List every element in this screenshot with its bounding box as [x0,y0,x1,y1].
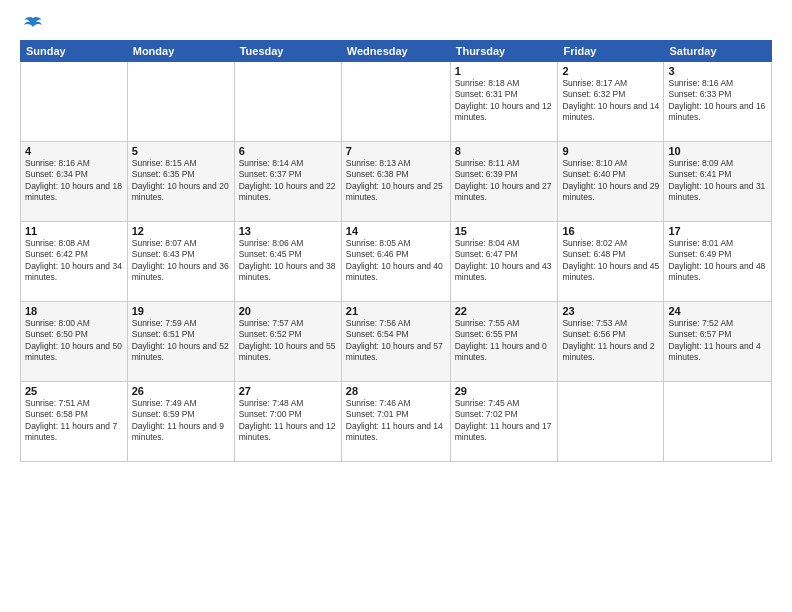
calendar-cell: 2Sunrise: 8:17 AM Sunset: 6:32 PM Daylig… [558,62,664,142]
calendar-cell: 5Sunrise: 8:15 AM Sunset: 6:35 PM Daylig… [127,142,234,222]
weekday-header-sunday: Sunday [21,41,128,62]
cell-content: 17Sunrise: 8:01 AM Sunset: 6:49 PM Dayli… [668,225,767,284]
day-number: 15 [455,225,554,237]
day-number: 3 [668,65,767,77]
day-info: Sunrise: 7:59 AM Sunset: 6:51 PM Dayligh… [132,318,230,364]
calendar-cell: 9Sunrise: 8:10 AM Sunset: 6:40 PM Daylig… [558,142,664,222]
day-number: 19 [132,305,230,317]
cell-content: 14Sunrise: 8:05 AM Sunset: 6:46 PM Dayli… [346,225,446,284]
day-number: 26 [132,385,230,397]
calendar-cell: 18Sunrise: 8:00 AM Sunset: 6:50 PM Dayli… [21,302,128,382]
cell-content: 8Sunrise: 8:11 AM Sunset: 6:39 PM Daylig… [455,145,554,204]
day-number: 14 [346,225,446,237]
day-info: Sunrise: 8:04 AM Sunset: 6:47 PM Dayligh… [455,238,554,284]
weekday-header-wednesday: Wednesday [341,41,450,62]
calendar-cell: 15Sunrise: 8:04 AM Sunset: 6:47 PM Dayli… [450,222,558,302]
day-info: Sunrise: 7:51 AM Sunset: 6:58 PM Dayligh… [25,398,123,444]
day-number: 29 [455,385,554,397]
calendar-cell: 1Sunrise: 8:18 AM Sunset: 6:31 PM Daylig… [450,62,558,142]
day-number: 18 [25,305,123,317]
day-info: Sunrise: 7:55 AM Sunset: 6:55 PM Dayligh… [455,318,554,364]
calendar-cell [558,382,664,462]
day-number: 27 [239,385,337,397]
day-info: Sunrise: 7:48 AM Sunset: 7:00 PM Dayligh… [239,398,337,444]
day-info: Sunrise: 8:16 AM Sunset: 6:33 PM Dayligh… [668,78,767,124]
calendar-cell: 19Sunrise: 7:59 AM Sunset: 6:51 PM Dayli… [127,302,234,382]
calendar-cell: 13Sunrise: 8:06 AM Sunset: 6:45 PM Dayli… [234,222,341,302]
cell-content: 12Sunrise: 8:07 AM Sunset: 6:43 PM Dayli… [132,225,230,284]
day-number: 6 [239,145,337,157]
day-number: 2 [562,65,659,77]
day-info: Sunrise: 7:45 AM Sunset: 7:02 PM Dayligh… [455,398,554,444]
calendar-week-5: 25Sunrise: 7:51 AM Sunset: 6:58 PM Dayli… [21,382,772,462]
calendar-cell: 3Sunrise: 8:16 AM Sunset: 6:33 PM Daylig… [664,62,772,142]
day-number: 13 [239,225,337,237]
day-info: Sunrise: 7:57 AM Sunset: 6:52 PM Dayligh… [239,318,337,364]
day-number: 23 [562,305,659,317]
calendar-cell: 10Sunrise: 8:09 AM Sunset: 6:41 PM Dayli… [664,142,772,222]
day-info: Sunrise: 8:09 AM Sunset: 6:41 PM Dayligh… [668,158,767,204]
cell-content: 2Sunrise: 8:17 AM Sunset: 6:32 PM Daylig… [562,65,659,124]
calendar-cell: 7Sunrise: 8:13 AM Sunset: 6:38 PM Daylig… [341,142,450,222]
calendar-cell [234,62,341,142]
calendar-cell: 28Sunrise: 7:46 AM Sunset: 7:01 PM Dayli… [341,382,450,462]
calendar-cell [341,62,450,142]
cell-content: 13Sunrise: 8:06 AM Sunset: 6:45 PM Dayli… [239,225,337,284]
day-info: Sunrise: 8:13 AM Sunset: 6:38 PM Dayligh… [346,158,446,204]
day-info: Sunrise: 8:11 AM Sunset: 6:39 PM Dayligh… [455,158,554,204]
cell-content: 25Sunrise: 7:51 AM Sunset: 6:58 PM Dayli… [25,385,123,444]
day-info: Sunrise: 8:08 AM Sunset: 6:42 PM Dayligh… [25,238,123,284]
cell-content: 1Sunrise: 8:18 AM Sunset: 6:31 PM Daylig… [455,65,554,124]
day-number: 22 [455,305,554,317]
page: SundayMondayTuesdayWednesdayThursdayFrid… [0,0,792,612]
calendar-cell: 25Sunrise: 7:51 AM Sunset: 6:58 PM Dayli… [21,382,128,462]
day-number: 11 [25,225,123,237]
cell-content: 27Sunrise: 7:48 AM Sunset: 7:00 PM Dayli… [239,385,337,444]
calendar-cell: 29Sunrise: 7:45 AM Sunset: 7:02 PM Dayli… [450,382,558,462]
cell-content: 21Sunrise: 7:56 AM Sunset: 6:54 PM Dayli… [346,305,446,364]
cell-content: 24Sunrise: 7:52 AM Sunset: 6:57 PM Dayli… [668,305,767,364]
weekday-header-friday: Friday [558,41,664,62]
cell-content: 6Sunrise: 8:14 AM Sunset: 6:37 PM Daylig… [239,145,337,204]
calendar-cell: 17Sunrise: 8:01 AM Sunset: 6:49 PM Dayli… [664,222,772,302]
day-info: Sunrise: 7:52 AM Sunset: 6:57 PM Dayligh… [668,318,767,364]
cell-content: 3Sunrise: 8:16 AM Sunset: 6:33 PM Daylig… [668,65,767,124]
weekday-header-thursday: Thursday [450,41,558,62]
day-number: 16 [562,225,659,237]
calendar-week-3: 11Sunrise: 8:08 AM Sunset: 6:42 PM Dayli… [21,222,772,302]
day-number: 4 [25,145,123,157]
day-number: 24 [668,305,767,317]
day-number: 25 [25,385,123,397]
day-number: 8 [455,145,554,157]
cell-content: 18Sunrise: 8:00 AM Sunset: 6:50 PM Dayli… [25,305,123,364]
calendar-cell: 24Sunrise: 7:52 AM Sunset: 6:57 PM Dayli… [664,302,772,382]
cell-content: 20Sunrise: 7:57 AM Sunset: 6:52 PM Dayli… [239,305,337,364]
calendar-cell [127,62,234,142]
cell-content: 26Sunrise: 7:49 AM Sunset: 6:59 PM Dayli… [132,385,230,444]
cell-content: 4Sunrise: 8:16 AM Sunset: 6:34 PM Daylig… [25,145,123,204]
calendar-cell: 4Sunrise: 8:16 AM Sunset: 6:34 PM Daylig… [21,142,128,222]
calendar-cell: 23Sunrise: 7:53 AM Sunset: 6:56 PM Dayli… [558,302,664,382]
day-number: 5 [132,145,230,157]
cell-content: 23Sunrise: 7:53 AM Sunset: 6:56 PM Dayli… [562,305,659,364]
day-number: 12 [132,225,230,237]
calendar-cell: 11Sunrise: 8:08 AM Sunset: 6:42 PM Dayli… [21,222,128,302]
day-info: Sunrise: 8:10 AM Sunset: 6:40 PM Dayligh… [562,158,659,204]
cell-content: 7Sunrise: 8:13 AM Sunset: 6:38 PM Daylig… [346,145,446,204]
day-info: Sunrise: 7:46 AM Sunset: 7:01 PM Dayligh… [346,398,446,444]
calendar-cell: 21Sunrise: 7:56 AM Sunset: 6:54 PM Dayli… [341,302,450,382]
header [20,16,772,32]
day-number: 10 [668,145,767,157]
cell-content: 5Sunrise: 8:15 AM Sunset: 6:35 PM Daylig… [132,145,230,204]
day-info: Sunrise: 8:16 AM Sunset: 6:34 PM Dayligh… [25,158,123,204]
calendar-cell: 12Sunrise: 8:07 AM Sunset: 6:43 PM Dayli… [127,222,234,302]
logo-bird-icon [22,16,44,34]
cell-content: 28Sunrise: 7:46 AM Sunset: 7:01 PM Dayli… [346,385,446,444]
calendar-cell: 14Sunrise: 8:05 AM Sunset: 6:46 PM Dayli… [341,222,450,302]
calendar-week-2: 4Sunrise: 8:16 AM Sunset: 6:34 PM Daylig… [21,142,772,222]
weekday-header-saturday: Saturday [664,41,772,62]
cell-content: 10Sunrise: 8:09 AM Sunset: 6:41 PM Dayli… [668,145,767,204]
day-info: Sunrise: 7:49 AM Sunset: 6:59 PM Dayligh… [132,398,230,444]
day-info: Sunrise: 8:17 AM Sunset: 6:32 PM Dayligh… [562,78,659,124]
day-info: Sunrise: 8:02 AM Sunset: 6:48 PM Dayligh… [562,238,659,284]
